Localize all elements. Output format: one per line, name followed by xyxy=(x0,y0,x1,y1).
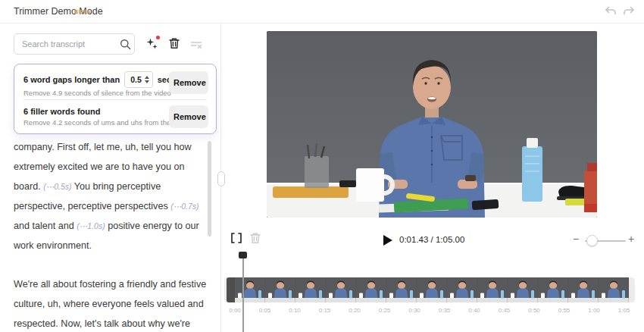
search-icon xyxy=(120,39,131,50)
tick-label: 0:55 xyxy=(558,307,571,314)
filmstrip-thumb xyxy=(599,277,629,302)
filmstrip-thumb xyxy=(538,277,568,302)
delete-selection-button[interactable] xyxy=(167,36,181,50)
tick-label: 0:30 xyxy=(408,307,420,314)
transcript-text[interactable]: We're all about fostering a friendly and… xyxy=(14,279,206,332)
notification-dot xyxy=(156,36,160,39)
tick-label: 0:50 xyxy=(528,307,540,314)
filmstrip-thumb xyxy=(417,277,447,302)
suggestions-card: 6 word gaps longer than 0.5 sec found Re… xyxy=(14,64,217,134)
gap-marker[interactable]: (⋯0.7s) xyxy=(170,202,199,211)
gap-threshold-stepper[interactable]: 0.5 xyxy=(124,71,153,88)
transcript-paragraph[interactable]: We're all about fostering a friendly and… xyxy=(14,274,208,332)
video-player[interactable] xyxy=(267,31,597,218)
tick-label: 0:20 xyxy=(349,307,361,314)
tick-label: 0:25 xyxy=(379,307,391,314)
filmstrip-thumb xyxy=(295,277,326,302)
tick-label: 0:35 xyxy=(439,307,451,314)
gap-threshold-value: 0.5 xyxy=(130,75,142,84)
filmstrip-thumb xyxy=(326,277,356,302)
gap-marker[interactable]: (⋯1.0s) xyxy=(77,221,105,230)
filmstrip-thumb xyxy=(508,277,538,302)
remove-fillers-button[interactable]: Remove xyxy=(169,105,208,128)
redo-button[interactable] xyxy=(622,5,636,18)
undo-button[interactable] xyxy=(604,5,617,18)
beta-badge: BETA xyxy=(74,8,91,15)
clear-strikethrough-button[interactable] xyxy=(189,38,203,52)
zoom-out-button[interactable]: − xyxy=(573,232,579,246)
video-frame xyxy=(267,31,597,218)
tick-label: 0:00 xyxy=(229,307,241,314)
filmstrip[interactable] xyxy=(235,277,629,302)
tick-label: 1:05 xyxy=(618,307,630,314)
transcript[interactable]: company. First off, let me, uh, tell you… xyxy=(14,137,208,332)
select-range-button[interactable] xyxy=(230,231,243,245)
filmstrip-thumb xyxy=(568,277,599,302)
play-icon xyxy=(383,234,393,246)
stepper-arrows-icon[interactable] xyxy=(145,76,149,83)
gap-marker[interactable]: (⋯0.5s) xyxy=(43,182,71,191)
time-display: 0:01.43 / 1:05.00 xyxy=(399,235,464,244)
filmstrip-thumb xyxy=(235,277,265,302)
filmstrip-thumb xyxy=(447,277,477,302)
clear-strikethrough-icon xyxy=(189,38,203,52)
filmstrip-thumb xyxy=(477,277,508,302)
remove-gaps-button[interactable]: Remove xyxy=(169,71,208,94)
transcript-paragraph[interactable]: company. First off, let me, uh, tell you… xyxy=(14,137,208,255)
timeline-ticks: 0:000:050:100:150:200:250:300:350:400:45… xyxy=(0,307,644,316)
filler-words-title: 6 filler words found xyxy=(23,107,100,116)
tick-label: 0:40 xyxy=(468,307,480,314)
undo-icon xyxy=(604,5,617,18)
transcript-scrollbar[interactable] xyxy=(208,141,211,236)
trimmer-app: Trimmer Demo Mode BETA xyxy=(0,0,644,332)
trash-disabled-icon xyxy=(249,231,262,245)
filmstrip-thumb xyxy=(265,277,295,302)
filler-words-subtitle: Remove 4.2 seconds of ums and uhs from t… xyxy=(23,118,192,127)
filmstrip-thumb xyxy=(386,277,417,302)
search-input[interactable] xyxy=(14,33,135,55)
zoom-in-button[interactable]: + xyxy=(628,232,634,246)
filmstrip-thumb xyxy=(356,277,386,302)
word-gaps-title-prefix: 6 word gaps longer than xyxy=(23,75,120,84)
tick-label: 1:00 xyxy=(588,307,600,314)
playhead-handle[interactable] xyxy=(239,252,247,258)
playhead-line xyxy=(242,258,244,332)
tick-label: 0:45 xyxy=(499,307,511,314)
zoom-slider-knob[interactable] xyxy=(586,235,598,246)
trash-icon xyxy=(167,36,181,50)
redo-icon xyxy=(622,5,636,18)
tick-label: 0:10 xyxy=(289,307,301,314)
panel-resize-handle[interactable] xyxy=(217,171,225,186)
tick-label: 0:05 xyxy=(259,307,271,314)
topbar: Trimmer Demo Mode BETA xyxy=(0,0,644,23)
transcript-text[interactable]: and talent and xyxy=(14,221,77,231)
word-gaps-subtitle: Remove 4.9 seconds of silence from the v… xyxy=(23,89,171,97)
card-divider xyxy=(23,99,207,100)
brackets-icon xyxy=(230,231,243,245)
tick-label: 0:15 xyxy=(319,307,331,314)
ai-suggestions-button[interactable] xyxy=(145,37,159,51)
delete-range-button[interactable] xyxy=(249,231,262,245)
play-button[interactable] xyxy=(383,234,393,246)
